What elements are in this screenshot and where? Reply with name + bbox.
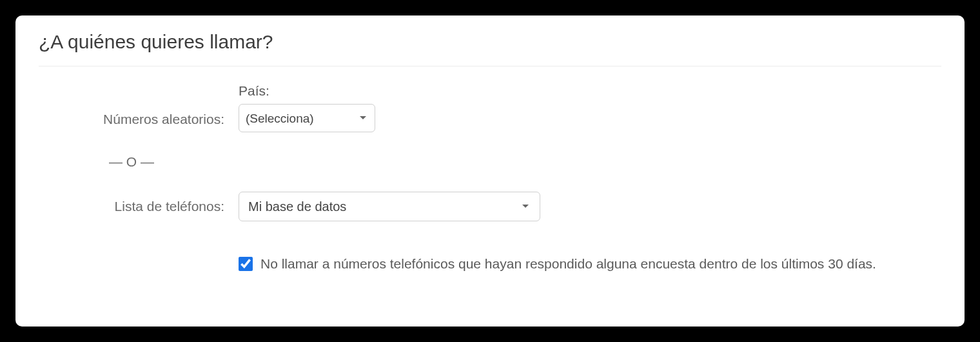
panel-title: ¿A quiénes quieres llamar? [39, 31, 941, 66]
divider-text: — O — [39, 154, 239, 170]
phonelist-select[interactable]: Mi base de datos [239, 192, 540, 221]
phonelist-label: Lista de teléfonos: [39, 199, 239, 214]
random-numbers-label: Números aleatorios: [39, 112, 239, 132]
exclude-checkbox[interactable] [239, 257, 253, 271]
country-select[interactable]: (Selecciona) [239, 104, 375, 132]
phonelist-row: Lista de teléfonos: Mi base de datos [39, 192, 941, 221]
phonelist-val: Mi base de datos [239, 192, 540, 221]
country-label: País: [239, 83, 270, 99]
random-numbers-row: Números aleatorios: País: (Selecciona) [39, 83, 941, 132]
exclude-row: No llamar a números telefónicos que haya… [39, 256, 941, 272]
call-targets-panel: ¿A quiénes quieres llamar? Números aleat… [15, 15, 965, 327]
country-block: País: (Selecciona) [239, 83, 375, 132]
divider-row: — O — [39, 154, 941, 170]
exclude-check-label-wrap[interactable]: No llamar a números telefónicos que haya… [239, 256, 876, 272]
exclude-label-text: No llamar a números telefónicos que haya… [260, 256, 876, 272]
